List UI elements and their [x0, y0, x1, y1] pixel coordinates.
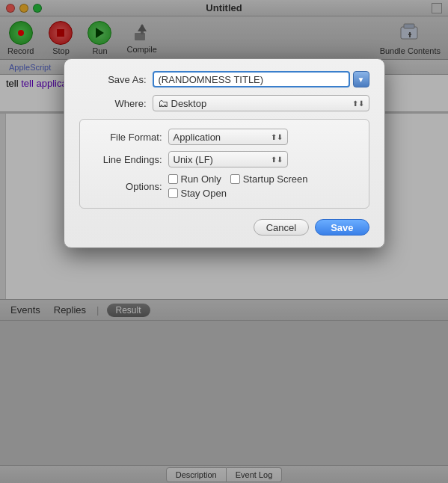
save-as-label: Save As: [79, 74, 147, 85]
modal-buttons: Cancel Save [79, 219, 369, 236]
line-endings-chevron-icon: ⬆⬇ [256, 156, 283, 164]
run-only-checkbox-label[interactable]: Run Only [168, 173, 221, 185]
startup-screen-checkbox-label[interactable]: Startup Screen [230, 173, 308, 185]
stay-open-checkbox-label[interactable]: Stay Open [168, 188, 227, 199]
file-format-select[interactable]: Application ⬆⬇ [168, 129, 288, 145]
options-top-row: Run Only Startup Screen [168, 173, 308, 185]
save-button[interactable]: Save [315, 219, 369, 236]
where-label: Where: [79, 98, 147, 109]
modal-overlay: Save As: ▼ Where: 🗂 Desktop ⬆⬇ File Form… [0, 0, 448, 483]
folder-icon: 🗂 [158, 97, 168, 109]
save-as-dropdown-button[interactable]: ▼ [353, 71, 369, 87]
options-bottom-row: Stay Open [168, 188, 308, 199]
startup-screen-label: Startup Screen [243, 173, 308, 185]
line-endings-row: Line Endings: Unix (LF) ⬆⬇ [88, 151, 361, 167]
options-label: Options: [88, 181, 162, 192]
options-row: Options: Run Only Startup Screen [88, 173, 361, 199]
file-format-value: Application [174, 132, 221, 143]
line-endings-label: Line Endings: [88, 154, 162, 165]
stay-open-checkbox[interactable] [168, 188, 178, 198]
startup-screen-checkbox[interactable] [230, 174, 240, 184]
chevron-down-icon: ▼ [358, 76, 365, 84]
file-format-chevron-icon: ⬆⬇ [256, 133, 283, 141]
stay-open-label: Stay Open [181, 188, 227, 199]
where-value: Desktop [171, 98, 207, 109]
where-chevron-icon: ⬆⬇ [352, 99, 364, 108]
file-format-label: File Format: [88, 132, 162, 143]
run-only-label: Run Only [181, 173, 221, 185]
where-select[interactable]: 🗂 Desktop ⬆⬇ [153, 95, 369, 111]
save-as-input[interactable] [153, 71, 350, 87]
where-row: Where: 🗂 Desktop ⬆⬇ [79, 95, 369, 111]
format-options-panel: File Format: Application ⬆⬇ Line Endings… [79, 119, 369, 209]
save-as-row: Save As: ▼ [79, 71, 369, 87]
line-endings-value: Unix (LF) [174, 154, 213, 165]
cancel-button[interactable]: Cancel [254, 219, 309, 236]
file-format-row: File Format: Application ⬆⬇ [88, 129, 361, 145]
save-dialog: Save As: ▼ Where: 🗂 Desktop ⬆⬇ File Form… [64, 58, 385, 248]
run-only-checkbox[interactable] [168, 174, 178, 184]
line-endings-select[interactable]: Unix (LF) ⬆⬇ [168, 151, 288, 167]
